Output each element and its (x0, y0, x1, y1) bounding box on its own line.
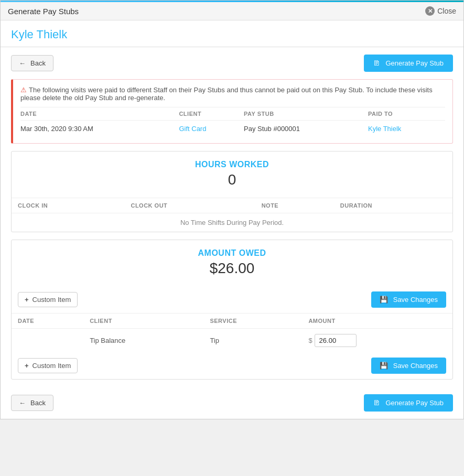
generate-pay-stub-button-bottom[interactable]: Generate Pay Stub (364, 394, 453, 412)
warning-table-row: Mar 30th, 2020 9:30 AM Gift Card Pay Stu… (20, 121, 445, 137)
warning-date-cell: Mar 30th, 2020 9:30 AM (20, 121, 179, 137)
back-button-bottom[interactable]: Back (11, 395, 53, 411)
warning-paidto-link[interactable]: Kyle Thielk (368, 125, 401, 133)
close-label: Close (437, 7, 456, 15)
warning-col-paidto: PAID TO (368, 107, 445, 121)
amount-owed-table: DATE CLIENT SERVICE AMOUNT Tip Balance T… (12, 313, 452, 352)
col-note: NOTE (255, 198, 334, 213)
back-button-top[interactable]: Back (11, 55, 53, 71)
warning-col-client: CLIENT (179, 107, 244, 121)
amount-input-wrap: $ (308, 334, 446, 347)
custom-item-button-bottom[interactable]: Custom Item (18, 358, 78, 373)
col-client: CLIENT (83, 313, 203, 329)
amount-owed-header: AMOUNT OWED $26.00 (12, 240, 452, 286)
save-changes-button-bottom[interactable]: Save Changes (371, 358, 446, 374)
patient-header: Kyle Thielk (1, 20, 463, 47)
col-clock-out: CLOCK OUT (124, 198, 255, 213)
amount-toolbar-top: Custom Item Save Changes (12, 286, 452, 313)
amount-toolbar-bottom: Custom Item Save Changes (12, 352, 452, 379)
stub-icon-top (373, 59, 382, 67)
generate-pay-stub-button-top[interactable]: Generate Pay Stub (364, 55, 453, 72)
save-changes-label-top: Save Changes (393, 296, 438, 304)
hours-worked-value: 0 (12, 169, 452, 194)
amount-table-row: Tip Balance Tip $ (12, 329, 452, 353)
amount-amount-cell: $ (302, 329, 452, 353)
warning-box: The following visits were paid to differ… (11, 79, 453, 144)
amount-owed-value: $26.00 (12, 258, 452, 283)
custom-item-label-top: Custom Item (33, 296, 71, 304)
content-area: Kyle Thielk Back Generate Pay Stub The f… (1, 20, 463, 419)
top-toolbar: Back Generate Pay Stub (1, 47, 463, 79)
warning-table-header-row: DATE CLIENT PAY STUB PAID TO (20, 107, 445, 121)
warning-col-paystub: PAY STUB (244, 107, 368, 121)
hours-worked-title: HOURS WORKED (12, 160, 452, 169)
main-window: Generate Pay Stubs ✕ Close Kyle Thielk B… (0, 0, 464, 419)
save-changes-button-top[interactable]: Save Changes (371, 291, 446, 308)
amount-owed-title: AMOUNT OWED (12, 248, 452, 258)
amount-date-cell (12, 329, 83, 353)
close-button[interactable]: ✕ Close (425, 6, 456, 16)
custom-item-button-top[interactable]: Custom Item (18, 292, 78, 307)
warning-paidto-cell: Kyle Thielk (368, 121, 445, 137)
hours-table-header-row: CLOCK IN CLOCK OUT NOTE DURATION (12, 198, 452, 213)
plus-icon-bottom (25, 362, 30, 370)
hours-no-data-message: No Time Shifts During Pay Period. (12, 213, 452, 232)
generate-label-top: Generate Pay Stub (385, 59, 444, 67)
save-changes-label-bottom: Save Changes (393, 362, 438, 370)
stub-icon-bottom (373, 399, 382, 407)
col-date: DATE (12, 313, 83, 329)
amount-table-header-row: DATE CLIENT SERVICE AMOUNT (12, 313, 452, 329)
amount-input-field[interactable] (315, 334, 357, 347)
custom-item-label-bottom: Custom Item (33, 362, 71, 370)
col-clock-in: CLOCK IN (12, 198, 124, 213)
currency-symbol: $ (308, 337, 312, 344)
bottom-toolbar: Back Generate Pay Stub (1, 387, 463, 419)
amount-client-cell: Tip Balance (83, 329, 203, 353)
warning-message: The following visits were paid to differ… (20, 86, 445, 102)
plus-icon-top (25, 296, 30, 304)
amount-owed-section: AMOUNT OWED $26.00 Custom Item Save Chan… (11, 240, 453, 380)
hours-no-data-row: No Time Shifts During Pay Period. (12, 213, 452, 232)
warning-icon (20, 86, 29, 94)
close-icon: ✕ (425, 6, 435, 16)
amount-service-cell: Tip (203, 329, 302, 353)
back-arrow-icon (19, 59, 28, 67)
back-arrow-icon-bottom (19, 399, 28, 407)
warning-paystub-cell: Pay Stub #000001 (244, 121, 368, 137)
title-bar: Generate Pay Stubs ✕ Close (1, 2, 463, 20)
warning-client-cell: Gift Card (179, 121, 244, 137)
hours-worked-table: CLOCK IN CLOCK OUT NOTE DURATION No Time… (12, 198, 452, 232)
warning-table: DATE CLIENT PAY STUB PAID TO Mar 30th, 2… (20, 107, 445, 137)
generate-label-bottom: Generate Pay Stub (385, 399, 444, 407)
col-duration: DURATION (334, 198, 452, 213)
back-label-bottom: Back (30, 399, 46, 407)
col-amount: AMOUNT (302, 313, 452, 329)
warning-client-link[interactable]: Gift Card (179, 125, 206, 133)
save-icon-top (380, 296, 390, 304)
warning-col-date: DATE (20, 107, 179, 121)
window-title: Generate Pay Stubs (8, 7, 79, 16)
save-icon-bottom (380, 362, 390, 370)
col-service: SERVICE (203, 313, 302, 329)
patient-name: Kyle Thielk (11, 28, 67, 41)
hours-worked-header: HOURS WORKED 0 (12, 152, 452, 198)
hours-worked-section: HOURS WORKED 0 CLOCK IN CLOCK OUT NOTE D… (11, 151, 453, 232)
back-label-top: Back (30, 59, 46, 67)
